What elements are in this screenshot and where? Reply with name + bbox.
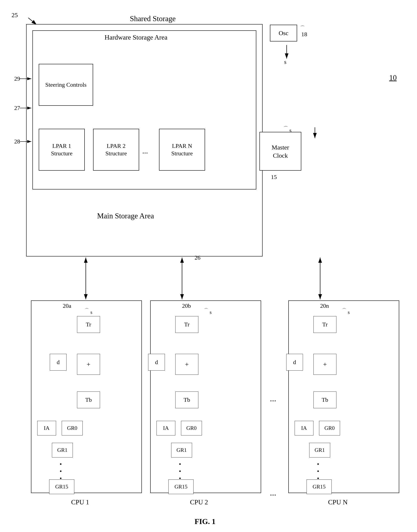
ref-28-arrow [20, 140, 33, 143]
osc-s-mark: ⌒ [300, 25, 305, 31]
cpu2-plus-box: + [175, 354, 198, 375]
shared-storage-label: Shared Storage [100, 14, 205, 23]
cpun-curve: ⌒ [342, 307, 346, 313]
osc-label: Osc [279, 30, 289, 37]
cpu1-tb-box: Tb [77, 392, 100, 408]
cpu2-tb-label: Tb [184, 396, 190, 403]
cpun-box [288, 300, 399, 493]
cpu1-ia-label: IA [44, 425, 49, 431]
cpu1-gr0-box: GR0 [62, 421, 83, 436]
cpu1-gr15-box: GR15 [49, 479, 74, 494]
cpu1-d-box: d [50, 354, 67, 371]
cpun-plus-label: + [323, 361, 327, 368]
cpu-hdots2: ... [270, 488, 276, 498]
cpun-gr1-box: GR1 [309, 443, 330, 458]
ref-10: 10 [389, 73, 397, 82]
cpu1-tr-box: Tr [77, 316, 100, 333]
lpar2-box: LPAR 2Structure [93, 129, 139, 171]
ref-29: 29 [14, 75, 20, 82]
cpun-vdots: ••• [317, 461, 319, 482]
cpun-gr15-box: GR15 [307, 479, 332, 494]
cpu2-tr-label: Tr [184, 321, 189, 328]
cpu1-gr0-label: GR0 [67, 425, 77, 431]
cpu2-gr0-label: GR0 [186, 425, 197, 431]
cpun-tr-label: Tr [322, 321, 327, 328]
ref-20a: 20a [63, 303, 71, 309]
cpu2-box [150, 300, 261, 493]
master-clock-curve: ⌒ [283, 125, 288, 131]
cpu1-s: s [90, 309, 92, 315]
steering-controls-label: Steering Controls [45, 81, 87, 89]
cpu1-ia-box: IA [37, 421, 56, 436]
cpu2-gr15-box: GR15 [168, 479, 194, 494]
cpu2-s: s [210, 309, 211, 315]
osc-box: Osc [270, 25, 297, 42]
cpun-ia-label: IA [301, 425, 307, 431]
ref-18: 18 [301, 31, 307, 38]
main-storage-label: Main Storage Area [42, 212, 209, 220]
cpu2-tr-box: Tr [175, 316, 198, 333]
cpu2-gr15-label: GR15 [175, 484, 188, 490]
cpu1-curve: ⌒ [85, 307, 89, 313]
cpun-d-box: d [286, 354, 303, 371]
ref-15: 15 [271, 174, 277, 181]
cpu1-tr-label: Tr [86, 321, 91, 328]
diagram: 25 10 Shared Storage Osc 18 ⌒ s Hardware… [0, 0, 417, 532]
lparn-box: LPAR NStructure [159, 129, 205, 171]
cpu2-vdots: ••• [179, 461, 181, 482]
cpu2-gr1-label: GR1 [176, 447, 187, 453]
svg-line-3 [28, 18, 37, 25]
ref-29-arrow [20, 77, 33, 80]
cpu2-label: CPU 2 [190, 498, 208, 506]
cpu2-d-label: d [155, 359, 158, 366]
cpun-tr-box: Tr [313, 316, 336, 333]
lparn-label: LPAR NStructure [171, 142, 193, 158]
lpar2-label: LPAR 2Structure [105, 142, 127, 158]
master-clock-label: Master Clock [271, 143, 289, 160]
ref-20n: 20n [320, 303, 329, 309]
cpu2-gr1-box: GR1 [171, 443, 192, 458]
cpun-gr0-box: GR0 [319, 421, 340, 436]
cpu1-plus-box: + [77, 354, 100, 375]
cpu1-vdots: ••• [60, 461, 62, 482]
master-clock-box: Master Clock [260, 132, 301, 171]
lpar1-label: LPAR 1Structure [51, 142, 73, 158]
ref-26: 26 [195, 254, 200, 261]
cpu1-label: CPU 1 [71, 498, 89, 506]
osc-s-label: s [284, 59, 286, 65]
ref-20b: 20b [182, 303, 191, 309]
steering-controls-box: Steering Controls [39, 64, 93, 106]
cpun-plus-box: + [313, 354, 336, 375]
cpu-hdots: ... [270, 394, 276, 404]
cpu2-curve: ⌒ [204, 307, 208, 313]
cpu2-ia-box: IA [156, 421, 175, 436]
cpun-label: CPU N [328, 498, 347, 506]
ref-25: 25 [11, 11, 18, 19]
cpun-gr1-label: GR1 [314, 447, 325, 453]
cpu2-tb-box: Tb [175, 392, 198, 408]
lpar-dots: ... [142, 147, 148, 155]
cpun-ia-box: IA [295, 421, 313, 436]
cpu2-ia-label: IA [163, 425, 169, 431]
cpu2-plus-label: + [185, 361, 189, 368]
cpun-gr0-label: GR0 [324, 425, 334, 431]
lpar1-box: LPAR 1Structure [39, 129, 85, 171]
ref-27-arrow [20, 106, 33, 110]
cpu1-plus-label: + [87, 361, 90, 368]
master-clock-s: s [289, 127, 292, 134]
cpun-s: s [348, 309, 350, 315]
cpun-tb-label: Tb [322, 396, 328, 403]
ref-27: 27 [14, 105, 20, 111]
cpu1-d-label: d [57, 359, 60, 366]
cpun-tb-box: Tb [313, 392, 336, 408]
cpu1-gr1-label: GR1 [57, 447, 67, 453]
cpu1-tb-label: Tb [85, 396, 92, 403]
cpu1-gr15-label: GR15 [55, 484, 68, 490]
cpun-d-label: d [293, 359, 296, 366]
cpu2-gr0-box: GR0 [181, 421, 202, 436]
hardware-area-label: Hardware Storage Area [73, 33, 199, 41]
fig-label: FIG. 1 [163, 517, 247, 526]
cpu2-d-box: d [148, 354, 165, 371]
cpun-gr15-label: GR15 [313, 484, 325, 490]
cpu1-gr1-box: GR1 [52, 443, 73, 458]
